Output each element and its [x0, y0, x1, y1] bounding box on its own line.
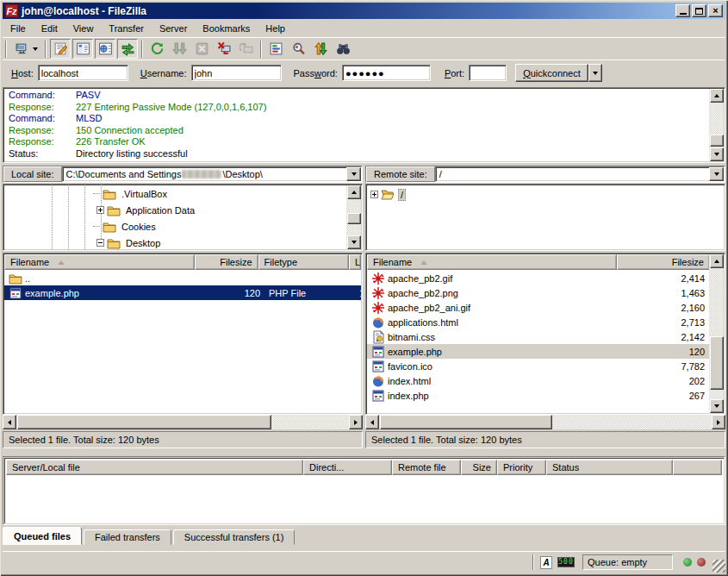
expand-plus-icon[interactable] — [370, 191, 378, 198]
remote-list-hscrollbar[interactable] — [365, 415, 725, 429]
file-row[interactable]: index.html 202 — [367, 373, 709, 388]
menu-edit[interactable]: Edit — [34, 22, 65, 35]
menu-server[interactable]: Server — [152, 22, 195, 35]
quickconnect-button[interactable]: Quickconnect — [515, 64, 588, 82]
column-header-lastmodified[interactable]: L — [349, 254, 361, 270]
collapse-minus-icon[interactable] — [96, 239, 104, 247]
scroll-thumb[interactable] — [710, 336, 724, 390]
activity-led-red — [697, 558, 706, 567]
directory-comparison-button[interactable] — [288, 39, 308, 59]
host-label: Host: — [11, 68, 34, 78]
scroll-right-button[interactable] — [349, 415, 363, 429]
scroll-down-button[interactable] — [710, 147, 724, 161]
file-row[interactable]: apache_pb2.png 1,463 — [367, 285, 709, 300]
find-files-button[interactable] — [333, 39, 353, 59]
host-input[interactable] — [38, 65, 128, 81]
file-name: favicon.ico — [388, 361, 432, 372]
process-queue-button[interactable] — [169, 39, 190, 59]
scroll-thumb[interactable] — [347, 213, 361, 224]
local-site-dropdown-button[interactable] — [346, 167, 361, 181]
scroll-right-button[interactable] — [712, 415, 725, 429]
port-input[interactable] — [469, 65, 507, 81]
username-input[interactable] — [191, 65, 282, 81]
tree-item-root[interactable]: / — [370, 186, 406, 203]
column-header-filesize[interactable]: Filesize — [617, 254, 710, 270]
local-tree-scrollbar[interactable] — [346, 185, 361, 249]
scroll-down-button[interactable] — [347, 235, 361, 249]
column-header-filename[interactable]: Filename — [4, 254, 195, 270]
toggle-remote-tree-button[interactable] — [95, 39, 115, 59]
port-label-post: ort: — [451, 68, 464, 78]
menu-view[interactable]: View — [65, 22, 102, 35]
speed-limits-icon[interactable] — [557, 557, 575, 567]
column-header-direction[interactable]: Directi... — [303, 460, 392, 475]
expand-plus-icon[interactable] — [96, 206, 104, 214]
column-header-remote-file[interactable]: Remote file — [392, 460, 461, 475]
local-list-hscrollbar[interactable] — [3, 415, 363, 429]
scroll-thumb[interactable] — [17, 415, 271, 429]
scroll-up-button[interactable] — [710, 89, 724, 103]
minimize-button[interactable] — [675, 4, 690, 17]
tab-successful-transfers[interactable]: Successful transfers (1) — [173, 529, 296, 545]
scroll-down-button[interactable] — [710, 399, 724, 413]
scroll-left-button[interactable] — [3, 415, 16, 429]
scroll-up-button[interactable] — [710, 254, 724, 268]
remote-site-dropdown-button[interactable] — [709, 167, 724, 181]
tab-queued-files[interactable]: Queued files — [3, 527, 82, 545]
tree-item-desktop[interactable]: Desktop — [96, 235, 162, 251]
log-label: Status: — [9, 148, 76, 160]
file-row-example-php[interactable]: example.php 120 — [367, 344, 709, 359]
password-input[interactable] — [342, 65, 431, 81]
directory-listing-filters-button[interactable] — [265, 39, 286, 59]
tab-failed-transfers[interactable]: Failed transfers — [84, 529, 171, 545]
statusbar-separator — [532, 554, 534, 570]
file-row[interactable]: apache_pb2_ani.gif 2,160 — [367, 300, 709, 315]
file-row-example-php[interactable]: example.php 120 PHP File 1 — [4, 285, 361, 300]
reconnect-button[interactable] — [236, 39, 257, 59]
remote-site-combobox[interactable]: / — [435, 166, 725, 182]
menu-file[interactable]: File — [3, 22, 34, 35]
scroll-thumb[interactable] — [380, 415, 552, 429]
menu-transfer[interactable]: Transfer — [101, 22, 152, 35]
file-row[interactable]: index.php 267 — [367, 388, 709, 403]
file-row-parent-dir[interactable]: .. — [4, 271, 361, 285]
column-header-filename[interactable]: Filename — [367, 254, 617, 270]
disconnect-button[interactable] — [214, 39, 234, 59]
column-header-status[interactable]: Status — [546, 460, 673, 475]
tree-item-virtualbox[interactable]: .VirtualBox — [93, 185, 169, 202]
arrow-right-icon — [354, 420, 360, 425]
toggle-transfer-queue-button[interactable] — [117, 39, 138, 59]
datatype-ascii-icon[interactable] — [540, 556, 552, 569]
scroll-left-button[interactable] — [365, 415, 379, 429]
site-manager-dropdown-arrow[interactable] — [33, 47, 38, 53]
menu-help[interactable]: Help — [258, 22, 293, 35]
column-header-filesize[interactable]: Filesize — [195, 254, 258, 270]
file-row[interactable]: bitnami.css 2,142 — [367, 329, 709, 344]
scroll-up-button[interactable] — [347, 185, 361, 199]
tree-item-application-data[interactable]: Application Data — [96, 202, 196, 218]
site-manager-button[interactable] — [10, 39, 41, 59]
cancel-operation-button[interactable] — [191, 39, 212, 59]
synchronized-browsing-button[interactable] — [310, 39, 331, 59]
close-button[interactable]: × — [708, 4, 723, 17]
remote-list-scrollbar[interactable] — [709, 254, 724, 413]
column-header-filetype[interactable]: Filetype — [258, 254, 349, 270]
scroll-thumb[interactable] — [710, 135, 724, 147]
column-header-priority[interactable]: Priority — [497, 460, 546, 475]
toggle-message-log-button[interactable] — [50, 39, 71, 59]
file-row[interactable]: applications.html 2,713 — [367, 315, 709, 329]
local-path-suffix: \Desktop\ — [222, 169, 262, 179]
column-header-server-local-file[interactable]: Server/Local file — [6, 460, 303, 475]
tree-item-cookies[interactable]: Cookies — [93, 218, 158, 235]
file-row[interactable]: apache_pb2.gif 2,414 — [367, 271, 709, 285]
menu-bookmarks[interactable]: Bookmarks — [195, 22, 258, 35]
maximize-button[interactable] — [692, 4, 706, 17]
refresh-button[interactable] — [146, 39, 167, 59]
column-header-size[interactable]: Size — [461, 460, 497, 475]
local-site-combobox[interactable]: C:\Documents and Settings\Desktop\ — [62, 166, 362, 182]
log-scrollbar[interactable] — [709, 89, 724, 161]
resize-grip[interactable] — [712, 560, 725, 573]
quickconnect-dropdown-button[interactable] — [588, 64, 602, 82]
file-row[interactable]: favicon.ico 7,782 — [367, 359, 709, 373]
toggle-local-tree-button[interactable] — [72, 39, 93, 59]
